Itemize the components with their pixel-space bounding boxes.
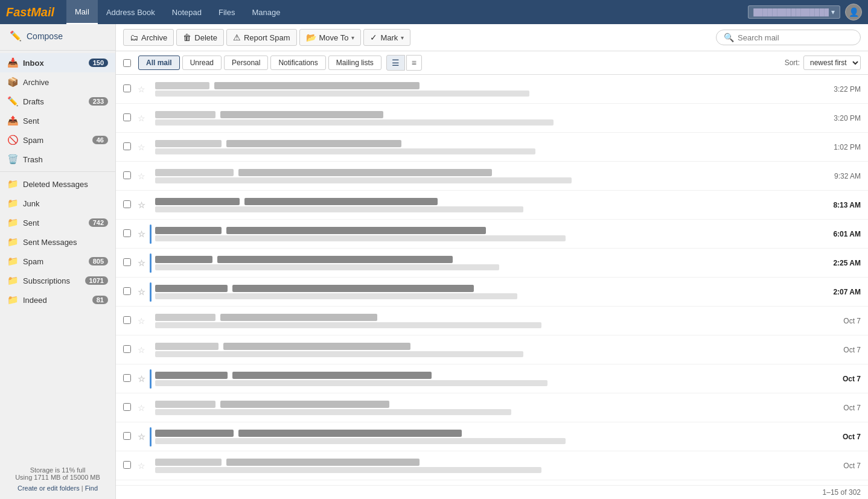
sidebar-item-deleted[interactable]: 📁 Deleted Messages (0, 174, 115, 194)
mail-checkbox[interactable] (123, 316, 138, 326)
mail-star-icon[interactable]: ☆ (138, 113, 150, 123)
mail-checkbox[interactable] (123, 200, 138, 210)
mail-row[interactable]: ☆ 1:02 PM (116, 133, 868, 162)
nav-files[interactable]: Files (210, 0, 243, 24)
mail-checkbox[interactable] (123, 403, 138, 413)
mail-checkbox[interactable] (123, 345, 138, 355)
mail-row[interactable]: ☆ 2:07 AM (116, 278, 868, 307)
mail-checkbox[interactable] (123, 142, 138, 152)
mail-content (155, 285, 812, 299)
mail-subject (220, 314, 377, 321)
mail-row[interactable]: ☆ Oct 7 (116, 451, 868, 480)
sidebar-item-indeed[interactable]: 📁 Indeed 81 (0, 290, 115, 310)
sidebar-item-subscriptions[interactable]: 📁 Subscriptions 1071 (0, 271, 115, 290)
sidebar-item-sent-messages[interactable]: 📁 Sent Messages (0, 232, 115, 252)
mail-star-icon[interactable]: ☆ (138, 432, 150, 442)
list-view-toggle[interactable]: ≡ (406, 55, 422, 71)
filter-mailing-lists[interactable]: Mailing lists (328, 56, 381, 70)
sidebar-item-spam[interactable]: 🚫 Spam 46 (0, 130, 115, 150)
mail-star-icon[interactable]: ☆ (138, 287, 150, 297)
mail-checkbox[interactable] (123, 287, 138, 297)
mail-row[interactable]: ☆ 3:20 PM (116, 104, 868, 133)
nav-mail[interactable]: Mail (66, 0, 98, 24)
mail-checkbox[interactable] (123, 113, 138, 123)
nav-notepad[interactable]: Notepad (164, 0, 210, 24)
sidebar-item-trash[interactable]: 🗑️ Trash (0, 150, 115, 169)
mail-star-icon[interactable]: ☆ (138, 229, 150, 239)
mail-star-icon[interactable]: ☆ (138, 345, 150, 355)
mail-checkbox[interactable] (123, 171, 138, 181)
mail-star-icon[interactable]: ☆ (138, 200, 150, 210)
mail-row[interactable]: ☆ Oct 7 (116, 393, 868, 422)
mail-top-line (155, 343, 812, 350)
create-edit-folders-link[interactable]: Create or edit folders (18, 485, 80, 492)
mail-checkbox[interactable] (123, 229, 138, 239)
archive-button[interactable]: 🗂 Archive (123, 29, 174, 46)
mail-row[interactable]: ☆ Oct 7 (116, 480, 868, 485)
mail-row[interactable]: ☆ Oct 7 (116, 364, 868, 393)
compose-icon: ✏️ (10, 30, 22, 42)
mail-checkbox[interactable] (123, 258, 138, 268)
sort-select[interactable]: newest first oldest first (803, 56, 861, 70)
mail-checkbox[interactable] (123, 461, 138, 471)
sent-bottom-icon: 📁 (7, 217, 18, 228)
sidebar-item-sent-bottom[interactable]: 📁 Sent 742 (0, 213, 115, 232)
search-box[interactable]: 🔍 (716, 30, 861, 45)
mail-row[interactable]: ☆ 6:01 AM (116, 220, 868, 249)
mail-checkbox[interactable] (123, 432, 138, 442)
filter-notifications[interactable]: Notifications (270, 56, 325, 70)
mail-star-icon[interactable]: ☆ (138, 84, 150, 94)
mail-content (155, 314, 812, 328)
mail-subject (238, 430, 462, 437)
find-link[interactable]: Find (85, 485, 98, 492)
mail-accent-bar (150, 253, 152, 273)
mail-sender (155, 198, 240, 205)
filter-personal[interactable]: Personal (224, 56, 268, 70)
filter-all-mail[interactable]: All mail (138, 56, 180, 70)
move-to-button[interactable]: 📂 Move To ▾ (299, 29, 362, 46)
mail-star-icon[interactable]: ☆ (138, 171, 150, 181)
compose-button[interactable]: ✏️ Compose (0, 24, 115, 48)
mail-row[interactable]: ☆ 2:25 AM (116, 249, 868, 278)
mail-accent-bar (150, 485, 152, 486)
mail-star-icon[interactable]: ☆ (138, 258, 150, 268)
delete-button[interactable]: 🗑 Delete (176, 29, 224, 46)
mail-star-icon[interactable]: ☆ (138, 374, 150, 384)
mail-row[interactable]: ☆ 3:22 PM (116, 75, 868, 104)
avatar[interactable]: 👤 (845, 4, 862, 21)
mail-star-icon[interactable]: ☆ (138, 316, 150, 326)
move-to-label: Move To (319, 33, 349, 42)
mail-row[interactable]: ☆ Oct 7 (116, 307, 868, 335)
search-input[interactable] (738, 33, 853, 42)
compact-view-toggle[interactable]: ☰ (386, 55, 405, 71)
nav-address-book[interactable]: Address Book (98, 0, 164, 24)
mail-row[interactable]: ☆ 9:32 AM (116, 162, 868, 191)
nav-manage[interactable]: Manage (243, 0, 289, 24)
sidebar-item-junk[interactable]: 📁 Junk (0, 194, 115, 213)
mail-checkbox[interactable] (123, 374, 138, 384)
select-all-checkbox[interactable] (123, 59, 131, 67)
mark-button[interactable]: ✓ Mark ▾ (363, 29, 410, 46)
sidebar-item-spam-bottom[interactable]: 📁 Spam 805 (0, 252, 115, 271)
mail-row[interactable]: ☆ Oct 7 (116, 335, 868, 364)
account-dropdown[interactable]: ████████████████ ▾ (748, 5, 840, 19)
inbox-icon: 📥 (7, 57, 18, 68)
report-spam-button[interactable]: ⚠ Report Spam (226, 29, 297, 46)
sidebar-item-sent[interactable]: 📤 Sent (0, 111, 115, 130)
mail-star-icon[interactable]: ☆ (138, 142, 150, 152)
sidebar-item-inbox[interactable]: 📥 Inbox 150 (0, 53, 115, 72)
mail-row[interactable]: ☆ 8:13 AM (116, 191, 868, 220)
toolbar: 🗂 Archive 🗑 Delete ⚠ Report Spam 📂 Move … (116, 24, 868, 51)
sidebar-item-archive[interactable]: 📦 Archive (0, 72, 115, 92)
mail-star-icon[interactable]: ☆ (138, 461, 150, 471)
mail-row[interactable]: ☆ Oct 7 (116, 422, 868, 451)
mail-checkbox[interactable] (123, 84, 138, 94)
compose-label: Compose (27, 31, 63, 41)
sidebar-divider-top (0, 50, 115, 51)
logo[interactable]: FastMail (6, 5, 54, 19)
filter-unread[interactable]: Unread (182, 56, 222, 70)
sent-messages-icon: 📁 (7, 237, 18, 247)
mail-subject (232, 285, 474, 292)
sidebar-item-drafts[interactable]: ✏️ Drafts 233 (0, 92, 115, 111)
mail-star-icon[interactable]: ☆ (138, 403, 150, 413)
